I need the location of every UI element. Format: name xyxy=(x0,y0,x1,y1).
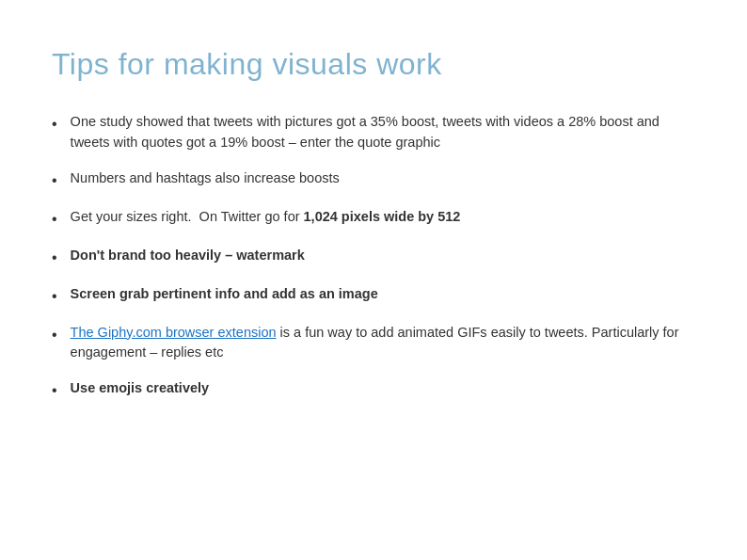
bullet-text: The Giphy.com browser extension is a fun… xyxy=(71,323,695,364)
bullet-dot: • xyxy=(52,285,57,308)
bullet-text-use-emojis: Use emojis creatively xyxy=(71,378,695,399)
bullet-list: • One study showed that tweets with pict… xyxy=(52,112,695,402)
bullet-text: Don't brand too heavily – watermark xyxy=(71,246,695,266)
list-item: • Screen grab pertinent info and add as … xyxy=(52,284,695,308)
bold-segment: 1,024 pixels wide by 512 xyxy=(304,209,461,224)
bullet-text: Get your sizes right. On Twitter go for … xyxy=(71,207,695,228)
bullet-text: One study showed that tweets with pictur… xyxy=(71,112,695,153)
list-item: • The Giphy.com browser extension is a f… xyxy=(52,323,695,364)
slide-title: Tips for making visuals work xyxy=(52,47,695,82)
bullet-text: Numbers and hashtags also increase boost… xyxy=(71,168,695,189)
list-item: • Don't brand too heavily – watermark xyxy=(52,246,695,269)
bullet-dot: • xyxy=(52,379,57,402)
bullet-dot: • xyxy=(52,324,57,346)
list-item: • Get your sizes right. On Twitter go fo… xyxy=(52,207,695,231)
bullet-dot: • xyxy=(52,169,57,192)
bullet-text: Screen grab pertinent info and add as an… xyxy=(71,284,695,305)
bullet-dot: • xyxy=(52,208,57,231)
bullet-dot: • xyxy=(52,113,57,136)
list-item: • Use emojis creatively xyxy=(52,378,695,402)
list-item: • One study showed that tweets with pict… xyxy=(52,112,695,153)
list-item: • Numbers and hashtags also increase boo… xyxy=(52,168,695,192)
giphy-link[interactable]: The Giphy.com browser extension xyxy=(71,325,277,340)
slide: Tips for making visuals work • One study… xyxy=(0,0,747,560)
bullet-dot: • xyxy=(52,247,57,269)
